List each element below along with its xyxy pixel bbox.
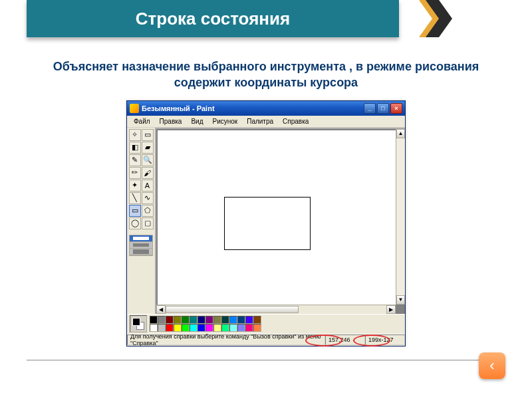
scroll-left-icon[interactable]: ◀ [156,305,166,314]
chevron-decoration [419,0,452,37]
swatch[interactable] [229,324,237,332]
swatch[interactable] [190,316,198,324]
tool-magnifier[interactable]: 🔍 [142,154,154,166]
swatch[interactable] [237,316,245,324]
window-title: Безымянный - Paint [142,104,364,112]
slide-title: Строка состояния [27,0,399,37]
swatch[interactable] [182,316,190,324]
scroll-thumb[interactable] [166,306,299,313]
paint-window: Безымянный - Paint _ □ × ФайлПравкаВидРи… [126,100,406,346]
status-hint: Для получения справки выберите команду "… [127,334,325,345]
swatch[interactable] [190,324,198,332]
menubar: ФайлПравкаВидРисунокПалитраСправка [127,116,405,128]
back-button[interactable]: ‹ [479,352,505,379]
swatch[interactable] [158,324,166,332]
status-coords: 157,246 [325,334,365,345]
menu-файл[interactable]: Файл [130,117,154,126]
close-button[interactable]: × [390,103,402,114]
color-palette [150,316,261,332]
tool-curve[interactable]: ∿ [142,192,154,204]
swatch[interactable] [174,324,182,332]
canvas[interactable] [158,130,396,305]
menu-палитра[interactable]: Палитра [243,117,277,126]
tool-brush[interactable]: 🖌 [142,167,154,179]
swatch[interactable] [150,324,158,332]
vertical-scrollbar[interactable]: ▲ ▼ [396,129,405,305]
tool-text[interactable]: A [142,180,154,192]
swatch[interactable] [253,324,261,332]
scroll-right-icon[interactable]: ▶ [386,305,396,314]
swatch[interactable] [198,324,205,332]
tool-polygon[interactable]: ⬠ [142,205,154,217]
tool-rect-select[interactable]: ▭ [142,129,154,141]
drawn-rectangle [224,197,311,250]
tool-free-select[interactable]: ✧ [129,129,141,141]
maximize-button[interactable]: □ [377,103,389,114]
menu-рисунок[interactable]: Рисунок [208,117,241,126]
fg-color[interactable] [132,318,140,326]
tool-fill[interactable]: ▰ [142,142,154,154]
swatch[interactable] [221,324,229,332]
horizontal-scrollbar[interactable]: ◀ ▶ [156,305,396,314]
swatch[interactable] [237,324,245,332]
slide-description: Объясняет назначение выбранного инструме… [40,59,492,91]
status-bar: Для получения справки выберите команду "… [127,334,405,346]
swatch[interactable] [150,316,158,324]
tool-line[interactable]: ╲ [129,192,141,204]
swatch[interactable] [229,316,237,324]
tool-rectangle[interactable]: ▭ [129,205,141,217]
toolbox: ✧▭◧▰✎🔍✏🖌✦A╲∿▭⬠◯▢ [127,128,155,314]
minimize-button[interactable]: _ [364,103,376,114]
swatch[interactable] [166,316,174,324]
swatch[interactable] [158,316,166,324]
tool-eraser[interactable]: ◧ [129,142,141,154]
swatch[interactable] [213,324,221,332]
footer-divider [27,360,505,360]
menu-вид[interactable]: Вид [187,117,207,126]
swatch[interactable] [205,316,213,324]
tool-airbrush[interactable]: ✦ [129,180,141,192]
scroll-up-icon[interactable]: ▲ [396,129,405,138]
swatch[interactable] [253,316,261,324]
status-size: 199x-127 [365,334,405,345]
tool-options[interactable] [129,235,153,256]
swatch[interactable] [205,324,213,332]
scroll-down-icon[interactable]: ▼ [396,295,405,305]
swatch[interactable] [245,324,253,332]
menu-правка[interactable]: Правка [156,117,186,126]
current-colors[interactable] [130,315,147,332]
swatch[interactable] [213,316,221,324]
tool-round-rect[interactable]: ▢ [142,217,154,229]
canvas-area[interactable]: ▲ ▼ ◀ ▶ [155,128,405,314]
swatch[interactable] [166,324,174,332]
swatch[interactable] [245,316,253,324]
tool-pencil[interactable]: ✏ [129,167,141,179]
menu-справка[interactable]: Справка [279,117,313,126]
swatch[interactable] [174,316,182,324]
color-box [127,314,405,334]
titlebar[interactable]: Безымянный - Paint _ □ × [127,101,405,116]
swatch[interactable] [221,316,229,324]
swatch[interactable] [182,324,190,332]
app-icon [130,104,139,113]
swatch[interactable] [198,316,205,324]
tool-ellipse[interactable]: ◯ [129,217,141,229]
tool-picker[interactable]: ✎ [129,154,141,166]
